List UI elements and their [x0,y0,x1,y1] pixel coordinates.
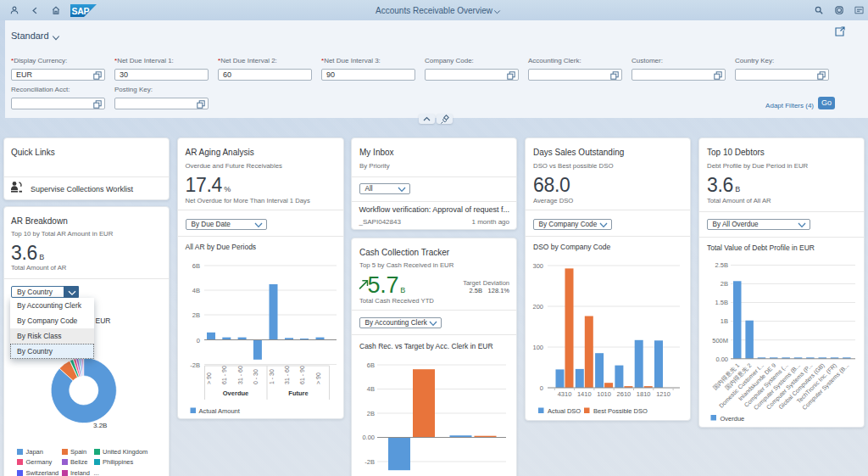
svg-text:1810: 1810 [637,390,651,398]
svg-text:Overdue: Overdue [721,415,745,423]
svg-text:61 - 90: 61 - 90 [221,366,227,384]
svg-text:Actual DSO: Actual DSO [548,407,581,415]
svg-text:1210: 1210 [656,390,670,398]
svg-text:6B: 6B [367,361,375,369]
svg-text:61 - 90: 61 - 90 [299,366,305,384]
svg-text:0: 0 [197,337,200,344]
svg-text:2610: 2610 [617,390,632,398]
svg-text:100: 100 [532,344,543,351]
svg-text:2.5B: 2.5B [715,261,728,269]
svg-text:1010: 1010 [597,390,611,398]
svg-text:Actual Amount: Actual Amount [199,407,241,415]
svg-text:300: 300 [532,262,543,270]
svg-text:31 - 60: 31 - 60 [284,366,290,384]
svg-text:Best Possible DSO: Best Possible DSO [593,407,648,415]
svg-text:0.00: 0.00 [362,434,375,441]
svg-text:> 90: > 90 [206,372,212,384]
svg-text:2B: 2B [721,280,728,288]
svg-text:-2B: -2B [364,458,375,466]
svg-text:Future: Future [288,389,308,397]
svg-text:1 - 30: 1 - 30 [269,369,275,384]
svg-text:1B: 1B [721,317,728,325]
svg-text:Overdue: Overdue [223,389,248,397]
svg-text:4310: 4310 [558,390,572,398]
svg-text:-2B: -2B [190,361,200,369]
svg-text:0 - 30: 0 - 30 [253,369,259,384]
svg-text:2B: 2B [192,311,200,319]
svg-text:200: 200 [532,303,543,311]
svg-text:1.5B: 1.5B [715,299,728,306]
svg-text:500M: 500M [712,337,728,344]
svg-text:0: 0 [540,384,543,392]
svg-text:4B: 4B [367,385,375,393]
svg-text:0.00: 0.00 [715,356,728,363]
svg-text:1410: 1410 [577,390,592,398]
svg-text:> 90: > 90 [315,372,321,384]
svg-text:31 - 60: 31 - 60 [237,366,243,384]
svg-text:4B: 4B [192,287,200,294]
svg-text:6B: 6B [192,262,200,270]
svg-text:2B: 2B [367,410,375,417]
